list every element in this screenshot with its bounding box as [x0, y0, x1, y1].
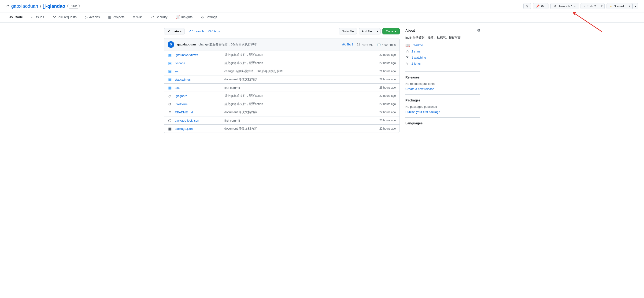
file-commit: document:修改文档内容 [224, 126, 376, 131]
folder-icon: ▣ [168, 61, 172, 65]
tab-settings[interactable]: ⚙ Settings [197, 12, 221, 22]
gitignore-icon: ◇ [168, 94, 172, 98]
sparkle-button[interactable]: ✳ [524, 3, 531, 9]
branch-count-icon: ⎇ [188, 30, 191, 33]
watching-link[interactable]: 1 watching [412, 56, 426, 59]
repo-sep: / [40, 4, 42, 9]
unwatch-group: 👁 Unwatch 1 ▾ [550, 3, 579, 9]
left-column: ⎇ main ▾ ⎇ 1 branch 🏷 0 tags Go to file [164, 28, 400, 133]
packages-section: Packages No packages published Publish y… [405, 95, 480, 118]
table-row: ▣ src change:若服务器报错，66s后再次执行脚本 21 hours … [164, 67, 400, 76]
fork-count-btn[interactable]: 2 [599, 3, 605, 9]
star-count-btn[interactable]: 2 [627, 3, 632, 9]
file-commit: first commit [224, 119, 376, 122]
commits-link[interactable]: 🕐 4 commits [377, 43, 396, 46]
table-row: ▣ package.json document:修改文档内容 22 hours … [164, 125, 400, 132]
add-file-group: Add file ▾ [359, 28, 380, 34]
star-button[interactable]: ★ Starred [606, 3, 627, 9]
unwatch-count: 1 [571, 4, 572, 8]
star-dropdown[interactable]: ▾ [632, 3, 638, 9]
repo-name-link[interactable]: jj-qiandao [43, 4, 65, 9]
header-actions: ✳ 📌 Pin 👁 Unwatch 1 ▾ ⑂ Fork 2 2 ★ [524, 3, 638, 9]
tab-code[interactable]: <> Code [6, 12, 26, 22]
tab-actions[interactable]: ▷ Actions [81, 12, 104, 22]
file-name: .github/workflows [175, 53, 222, 57]
package-icon: ▣ [168, 126, 172, 131]
branch-selector[interactable]: ⎇ main ▾ [164, 28, 185, 34]
file-time: 22 hours ago [379, 102, 396, 106]
no-releases-text: No releases published [405, 82, 480, 86]
file-name: package.json [175, 127, 222, 130]
file-time: 22 hours ago [379, 94, 396, 98]
code-button[interactable]: Code ▾ [382, 28, 400, 34]
code-btn-label: Code [386, 30, 393, 33]
readme-link[interactable]: Readme [412, 43, 423, 47]
commit-hash-link[interactable]: a0d9bc1 [342, 43, 354, 46]
visibility-badge: Public [67, 4, 80, 8]
file-time: 22 hours ago [379, 110, 396, 114]
commit-author[interactable]: gaoxiaoduan [177, 43, 196, 46]
file-time: 22 hours ago [379, 78, 396, 81]
forks-meta: ⑂ 2 forks [405, 62, 480, 66]
watching-meta: 👁 1 watching [405, 56, 480, 60]
releases-section: Releases No releases published Create a … [405, 72, 480, 95]
pin-button[interactable]: 📌 Pin [533, 3, 548, 9]
wiki-icon: ≡ [133, 15, 135, 19]
tab-security[interactable]: 🛡 Security [147, 12, 171, 22]
branch-count-link[interactable]: ⎇ 1 branch [188, 30, 204, 33]
stars-link[interactable]: 2 stars [412, 50, 420, 53]
tab-issues[interactable]: ○ Issues [28, 12, 48, 22]
nav-tabs: <> Code ○ Issues ⌥ Pull requests ▷ Actio… [0, 12, 644, 22]
package-lock-icon: ⬡ [168, 118, 172, 122]
file-name: package-lock.json [175, 119, 222, 122]
releases-title: Releases [405, 76, 480, 79]
code-btn-group: Code ▾ [382, 28, 400, 34]
fork-button[interactable]: ⑂ Fork 2 [580, 3, 599, 9]
fork-count: 2 [594, 4, 596, 8]
tag-count-link[interactable]: 🏷 0 tags [208, 30, 220, 33]
tab-insights[interactable]: 📈 Insights [172, 12, 196, 22]
top-header: 🗂 gaoxiaoduan / jj-qiandao Public ✳ 📌 Pi… [0, 0, 644, 12]
repo-owner-link[interactable]: gaoxiaoduan [11, 4, 38, 9]
star-icon: ★ [610, 4, 612, 8]
insights-icon: 📈 [176, 15, 180, 19]
create-release-link[interactable]: Create a new release [405, 87, 434, 91]
file-toolbar: ⎇ main ▾ ⎇ 1 branch 🏷 0 tags Go to file [164, 28, 400, 34]
watching-icon: 👁 [405, 56, 410, 60]
book-icon: 📖 [405, 43, 410, 47]
file-time: 22 hours ago [379, 127, 396, 130]
add-file-button[interactable]: Add file [359, 28, 375, 34]
file-commit: document:修改文档内容 [224, 77, 376, 82]
file-time: 23 hours ago [379, 119, 396, 122]
tab-wiki[interactable]: ≡ Wiki [129, 12, 146, 22]
forks-link[interactable]: 2 forks [412, 62, 420, 65]
file-time: 22 hours ago [379, 62, 396, 65]
file-commit: 提交git忽略文件，配置action [224, 94, 376, 98]
go-to-file-button[interactable]: Go to file [339, 28, 357, 34]
table-row: ▣ .vscode 提交git忽略文件，配置action 22 hours ag… [164, 59, 400, 67]
commit-message: change:若服务器报错，66s后再次执行脚本 [198, 43, 257, 46]
file-table: G gaoxiaoduan change:若服务器报错，66s后再次执行脚本 a… [164, 38, 400, 133]
table-row: ▣ statics/imgs document:修改文档内容 22 hours … [164, 76, 400, 84]
file-name: .vscode [175, 62, 222, 65]
file-name: src [175, 70, 222, 73]
actions-icon: ▷ [85, 15, 88, 19]
commit-time: 21 hours ago [357, 43, 373, 46]
forks-icon: ⑂ [405, 62, 410, 66]
clock-icon: 🕐 [377, 43, 381, 46]
eye-icon: 👁 [553, 4, 556, 8]
file-commit: 提交git忽略文件，配置action [224, 53, 376, 57]
table-row: ≡ README.md document:修改文档内容 22 hours ago [164, 108, 400, 116]
tab-projects[interactable]: ▦ Projects [104, 12, 128, 22]
unwatch-button[interactable]: 👁 Unwatch 1 ▾ [550, 3, 579, 9]
about-section: About ⚙ juejin自动签到、抽奖、粘福气、挖矿奖励 📖 Readme … [405, 28, 480, 72]
about-gear-icon[interactable]: ⚙ [477, 28, 480, 32]
folder-icon: ▣ [168, 86, 172, 90]
table-row: ▣ test first commit 23 hours ago [164, 84, 400, 92]
publish-package-link[interactable]: Publish your first package [405, 110, 440, 114]
tab-pull-requests[interactable]: ⌥ Pull requests [49, 12, 80, 22]
file-time: 22 hours ago [379, 53, 396, 56]
folder-icon: ▣ [168, 69, 172, 73]
file-commit: first commit [224, 86, 376, 90]
add-file-dropdown[interactable]: ▾ [375, 28, 380, 34]
